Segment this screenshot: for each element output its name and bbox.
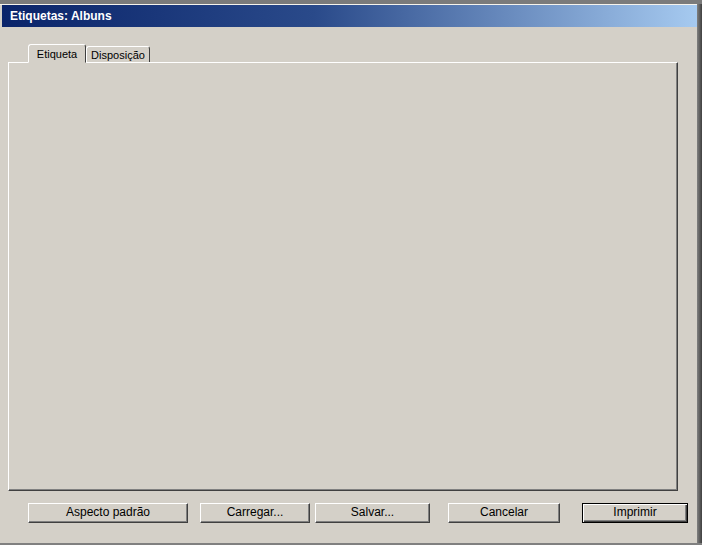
button-label: Salvar... — [351, 505, 394, 519]
button-label: Cancelar — [480, 505, 528, 519]
title-bar[interactable]: Etiquetas: Albuns — [2, 5, 697, 27]
default-aspect-button[interactable]: Aspecto padrão — [28, 503, 188, 523]
window-title: Etiquetas: Albuns — [10, 9, 112, 23]
tab-page — [8, 62, 678, 491]
print-button[interactable]: Imprimir — [582, 503, 688, 523]
button-label: Aspecto padrão — [66, 505, 150, 519]
button-label: Carregar... — [227, 505, 284, 519]
tab-label: Etiqueta — [37, 48, 77, 60]
save-button[interactable]: Salvar... — [315, 503, 430, 523]
tab-etiqueta[interactable]: Etiqueta — [28, 44, 86, 63]
dialog-window: Etiquetas: Albuns Etiqueta Disposição Li… — [0, 0, 702, 545]
cancel-button[interactable]: Cancelar — [448, 503, 560, 523]
button-label: Imprimir — [613, 505, 656, 519]
tab-disposicao[interactable]: Disposição — [86, 46, 150, 63]
tab-label: Disposição — [91, 49, 145, 61]
load-button[interactable]: Carregar... — [200, 503, 310, 523]
window-right-edge — [697, 4, 702, 545]
